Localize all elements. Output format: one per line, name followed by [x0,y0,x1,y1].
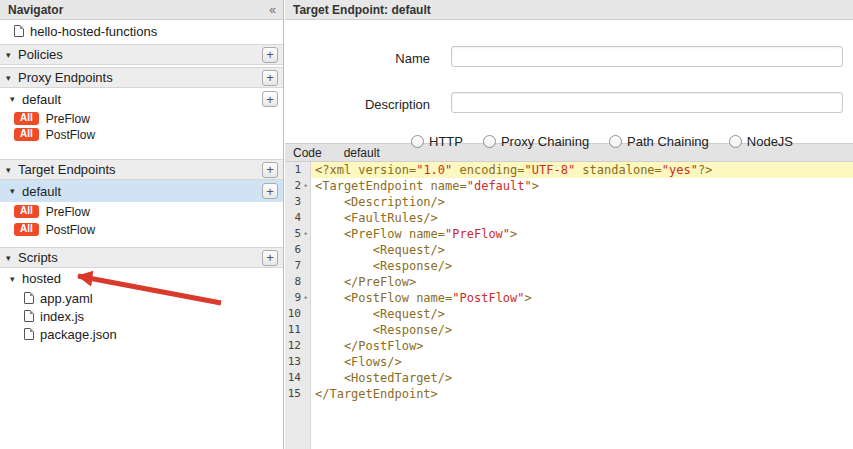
code-lines: <?xml version="1.0" encoding="UTF-8" sta… [311,162,853,449]
preflow-label: PreFlow [46,112,90,126]
code-line[interactable]: <HostedTarget/> [311,370,853,386]
caret-down-icon: ▾ [6,73,18,83]
radio-nodejs[interactable]: NodeJS [729,134,793,149]
preflow-label: PreFlow [46,205,90,219]
bundle-icon [14,25,24,37]
radio-path-chaining-label: Path Chaining [627,134,709,149]
description-input[interactable] [451,92,843,113]
add-script-button[interactable]: + [262,250,278,266]
code-line[interactable]: <?xml version="1.0" encoding="UTF-8" sta… [311,162,853,178]
section-policies[interactable]: ▾ Policies + [0,44,283,65]
script-file-package-json[interactable]: package.json [0,325,283,343]
target-endpoint-default[interactable]: ▾ default + [0,180,283,202]
gutter-line-number: 4 [285,210,310,226]
all-badge: All [14,205,39,218]
gutter-line-number: 6 [285,242,310,258]
code-line[interactable]: <Request/> [311,306,853,322]
code-line[interactable]: <FaultRules/> [311,210,853,226]
code-line[interactable]: </TargetEndpoint> [311,386,853,402]
all-badge: All [14,223,39,236]
description-label: Description [285,97,430,112]
scripts-hosted-folder[interactable]: ▾ hosted [0,268,283,289]
add-proxy-flow-button[interactable]: + [262,91,278,107]
caret-down-icon: ▾ [10,94,22,104]
code-line[interactable]: <Request/> [311,242,853,258]
navigator-panel: Navigator « hello-hosted-functions ▾ Pol… [0,0,284,449]
caret-down-icon: ▾ [10,186,22,196]
endpoint-form: Name Description HTTP Proxy Chaining Pat… [285,20,853,143]
code-line[interactable]: <PostFlow name="PostFlow"> [311,290,853,306]
spacer [0,143,283,157]
code-line[interactable]: </PreFlow> [311,274,853,290]
script-file-index-js[interactable]: index.js [0,307,283,325]
radio-http-label: HTTP [429,134,463,149]
proxy-postflow-item[interactable]: All PostFlow [0,127,283,142]
code-line[interactable]: <Response/> [311,322,853,338]
radio-circle-icon [729,135,742,148]
fold-arrow-icon: ▾ [301,178,310,194]
file-label: package.json [40,327,117,342]
file-icon [24,310,34,322]
add-target-flow-button[interactable]: + [262,183,278,199]
code-gutter: 12▾345▾6789▾101112131415 [285,162,311,449]
all-badge: All [14,128,39,141]
proxy-preflow-item[interactable]: All PreFlow [0,111,283,126]
proxy-endpoint-default[interactable]: ▾ default + [0,88,283,110]
bundle-label: hello-hosted-functions [30,24,157,39]
caret-down-icon: ▾ [6,165,18,175]
radio-circle-icon [609,135,622,148]
code-line[interactable]: </PostFlow> [311,338,853,354]
target-endpoint-panel: Target Endpoint: default Name Descriptio… [285,0,853,449]
add-proxy-endpoint-button[interactable]: + [262,70,278,86]
collapse-panel-icon[interactable]: « [269,3,275,17]
gutter-line-number: 11 [285,322,310,338]
fold-arrow-icon: ▾ [301,290,310,306]
code-line[interactable]: <TargetEndpoint name="default"> [311,178,853,194]
section-target-endpoints[interactable]: ▾ Target Endpoints + [0,159,283,180]
gutter-line-number: 14 [285,370,310,386]
add-target-endpoint-button[interactable]: + [262,162,278,178]
code-editor[interactable]: 12▾345▾6789▾101112131415 <?xml version="… [285,162,853,449]
bundle-item[interactable]: hello-hosted-functions [0,20,283,42]
gutter-line-number: 3 [285,194,310,210]
caret-down-icon: ▾ [6,50,18,60]
panel-title: Target Endpoint: default [293,3,431,17]
code-line[interactable]: <Flows/> [311,354,853,370]
target-preflow-item[interactable]: All PreFlow [0,203,283,220]
gutter-line-number[interactable]: 5▾ [285,226,310,242]
target-postflow-item[interactable]: All PostFlow [0,221,283,238]
code-tab-label: Code [293,146,322,160]
panel-header: Target Endpoint: default [285,0,853,20]
gutter-line-number: 12 [285,338,310,354]
add-policy-button[interactable]: + [262,47,278,63]
section-target-endpoints-label: Target Endpoints [18,162,116,177]
section-scripts[interactable]: ▾ Scripts + [0,247,283,268]
gutter-line-number[interactable]: 9▾ [285,290,310,306]
section-proxy-endpoints[interactable]: ▾ Proxy Endpoints + [0,67,283,88]
spacer [0,239,283,245]
file-label: app.yaml [40,291,93,306]
endpoint-type-radio-group: HTTP Proxy Chaining Path Chaining NodeJS [411,134,793,149]
script-file-app-yaml[interactable]: app.yaml [0,289,283,307]
gutter-line-number: 7 [285,258,310,274]
section-scripts-label: Scripts [18,250,58,265]
code-line[interactable]: <PreFlow name="PreFlow"> [311,226,853,242]
radio-proxy-chaining[interactable]: Proxy Chaining [483,134,589,149]
target-endpoint-default-label: default [22,184,61,199]
code-line[interactable]: <Response/> [311,258,853,274]
radio-path-chaining[interactable]: Path Chaining [609,134,709,149]
name-label: Name [285,51,430,66]
file-icon [24,328,34,340]
hosted-folder-label: hosted [22,271,61,286]
file-label: index.js [40,309,84,324]
gutter-line-number[interactable]: 2▾ [285,178,310,194]
name-input[interactable] [451,46,843,67]
code-line[interactable]: <Description/> [311,194,853,210]
navigator-title: Navigator [8,3,63,17]
radio-http[interactable]: HTTP [411,134,463,149]
section-proxy-endpoints-label: Proxy Endpoints [18,70,113,85]
postflow-label: PostFlow [46,128,95,142]
gutter-line-number: 13 [285,354,310,370]
code-doc-name: default [344,146,380,160]
fold-arrow-icon: ▾ [301,226,310,242]
